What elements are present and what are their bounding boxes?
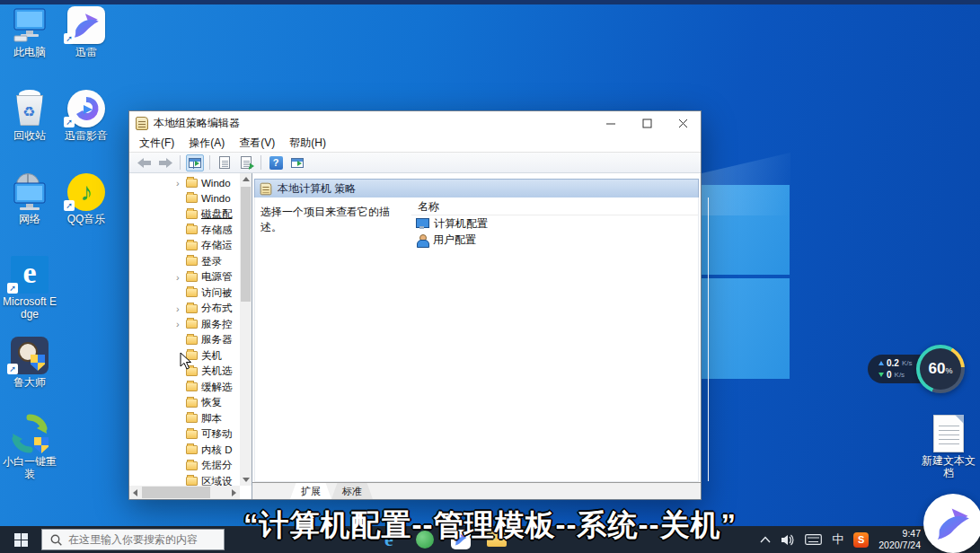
close-button[interactable] <box>665 111 701 135</box>
scrollbar-thumb[interactable] <box>142 487 210 498</box>
tree-item[interactable]: 磁盘配 <box>129 206 240 223</box>
desktop-icon-thunder[interactable]: 迅雷 <box>57 4 116 59</box>
tree-item-label: 关机 <box>201 349 222 363</box>
expander-icon[interactable]: › <box>176 178 186 189</box>
tab-extended[interactable]: 扩展 <box>290 483 331 499</box>
tree-item[interactable]: 访问被 <box>129 285 240 302</box>
title-bar[interactable]: 本地组策略编辑器 <box>129 111 701 135</box>
download-speed: 0 <box>887 370 892 380</box>
gpedit-app-icon <box>136 117 148 130</box>
tree-item[interactable]: 凭据分 <box>129 458 240 474</box>
menu-bar: 文件(F) 操作(A) 查看(V) 帮助(H) <box>129 135 701 153</box>
expander-icon[interactable]: › <box>176 319 186 329</box>
menu-help[interactable]: 帮助(H) <box>283 134 332 153</box>
edge-icon <box>0 254 59 294</box>
tree-item[interactable]: 服务器 <box>129 332 240 348</box>
desktop-icon-xiaobai[interactable]: 小白一键重装 <box>0 414 59 481</box>
expander-icon[interactable]: › <box>176 303 186 314</box>
folder-icon <box>186 179 198 188</box>
desktop-icon-qq-music[interactable]: QQ音乐 <box>57 171 116 226</box>
tree-item-label: 存储感 <box>201 224 233 237</box>
toolbar-separator <box>260 155 261 170</box>
console-tree: ›Windo Windo 磁盘配 存储感 存储运 登录 ›电源管 访问被 ›分布… <box>129 175 240 486</box>
tree-vertical-scrollbar[interactable] <box>240 173 252 486</box>
desktop-icon-new-text-document[interactable]: 新建文本文档 <box>917 413 980 480</box>
toolbar-separator <box>180 155 181 170</box>
menu-action[interactable]: 操作(A) <box>182 134 231 153</box>
folder-icon <box>186 320 198 329</box>
back-icon[interactable] <box>135 154 153 171</box>
recycle-bin-icon <box>0 88 59 127</box>
list-item-label: 用户配置 <box>433 233 476 248</box>
tree-horizontal-scrollbar[interactable] <box>129 486 240 499</box>
desktop-icon-label: 此电脑 <box>0 47 59 59</box>
tree-item[interactable]: 可移动 <box>129 426 240 443</box>
thunder-player-icon <box>57 88 116 127</box>
scroll-down-icon[interactable] <box>240 474 252 486</box>
description-pane: 选择一个项目来查看它的描述。 <box>255 198 411 481</box>
desktop-icon-edge[interactable]: Microsoft Edge <box>0 254 59 321</box>
tree-item[interactable]: 登录 <box>129 254 240 270</box>
computer-config-icon <box>416 218 429 230</box>
scroll-up-icon[interactable] <box>240 173 252 185</box>
tree-item-label: 关机选 <box>201 364 233 378</box>
desktop-icon-recycle-bin[interactable]: 回收站 <box>0 88 59 143</box>
help-icon[interactable]: ? <box>267 154 285 171</box>
tree-item[interactable]: 内核 D <box>129 443 240 459</box>
policy-icon <box>260 182 272 195</box>
scrollbar-thumb[interactable] <box>241 187 251 302</box>
maximize-button[interactable] <box>629 111 665 135</box>
tree-item[interactable]: 区域设 <box>129 474 240 487</box>
desktop-icon-network[interactable]: 网络 <box>0 171 59 226</box>
column-divider <box>708 198 709 481</box>
tree-item[interactable]: 存储感 <box>129 223 240 239</box>
forward-icon[interactable] <box>156 154 174 171</box>
results-panel: 本地计算机 策略 选择一个项目来查看它的描述。 名称 计算机配置 用户配置 <box>252 173 701 499</box>
tree-item[interactable]: 脚本 <box>129 411 240 427</box>
thunder-icon <box>57 4 116 44</box>
desktop-icon-label: 鲁大师 <box>0 377 59 390</box>
desktop-icon-thunder-player[interactable]: 迅雷影音 <box>57 88 116 143</box>
tree-item-label: 存储运 <box>201 239 233 252</box>
list-item-user-config[interactable]: 用户配置 <box>411 232 698 248</box>
tree-item[interactable]: ›服务控 <box>129 317 240 333</box>
network-icon <box>0 171 59 211</box>
tree-item[interactable]: 缓解选 <box>129 380 240 396</box>
desktop: 此电脑 迅雷 回收站 迅雷影音 网 <box>0 0 980 553</box>
folder-icon <box>186 399 198 408</box>
folder-icon <box>186 430 198 439</box>
column-header-name[interactable]: 名称 <box>411 198 698 215</box>
tree-item[interactable]: ›电源管 <box>129 269 240 285</box>
menu-view[interactable]: 查看(V) <box>233 134 281 153</box>
xiaobai-reinstall-icon <box>0 414 59 453</box>
scroll-right-icon[interactable] <box>228 487 240 498</box>
tree-item[interactable]: ›Windo <box>129 175 240 191</box>
export-list-icon[interactable] <box>237 154 255 171</box>
menu-file[interactable]: 文件(F) <box>133 134 181 153</box>
action-pane-icon[interactable] <box>288 154 306 171</box>
folder-icon <box>186 336 198 345</box>
tree-item[interactable]: 存储运 <box>129 238 240 254</box>
tree-item-label: 登录 <box>201 255 222 268</box>
results-header-band: 本地计算机 策略 <box>254 179 699 198</box>
tree-item[interactable]: Windo <box>129 191 240 207</box>
tab-standard[interactable]: 标准 <box>331 483 373 499</box>
this-pc-icon <box>0 4 59 44</box>
desktop-icon-ludashi[interactable]: 鲁大师 <box>0 335 59 390</box>
folder-icon <box>186 225 198 234</box>
expander-icon[interactable]: › <box>176 272 186 283</box>
boost-ball[interactable]: 60 % <box>916 345 965 393</box>
desktop-icon-this-pc[interactable]: 此电脑 <box>0 4 59 59</box>
upload-unit: K/s <box>902 359 913 367</box>
minimize-button[interactable] <box>593 111 629 135</box>
scroll-left-icon[interactable] <box>129 487 141 498</box>
list-item-computer-config[interactable]: 计算机配置 <box>411 215 698 232</box>
tree-item-label: Windo <box>201 193 231 204</box>
console-tree-icon[interactable] <box>186 154 204 171</box>
properties-icon[interactable] <box>216 154 234 171</box>
wallpaper-logo-pane <box>702 278 790 379</box>
tree-item[interactable]: ›分布式 <box>129 301 240 317</box>
tree-item[interactable]: 恢复 <box>129 395 240 411</box>
desktop-icon-label: 新建文本文档 <box>917 455 980 480</box>
percent-sign: % <box>945 366 952 375</box>
